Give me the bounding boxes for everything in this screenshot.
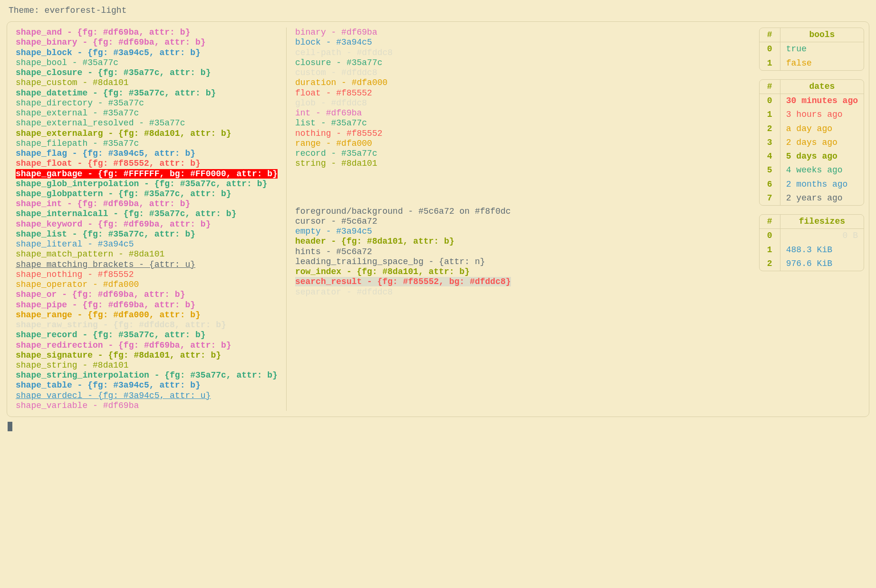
entry-shape_external: shape_external - #35a77c [16,108,278,118]
col-header: filesizes [780,215,864,228]
table-row: 62 months ago [760,178,864,191]
entry-nothing: nothing - #f85552 [295,129,739,139]
entry-shape_record: shape_record - {fg: #35a77c, attr: b} [16,330,278,340]
table-row: 2a day ago [760,122,864,136]
entry-shape_external_resolved: shape_external_resolved - #35a77c [16,118,278,128]
table-row: 0true [760,42,864,56]
entry-closure: closure - #35a77c [295,58,739,68]
col-index: # [760,28,780,42]
entry-shape_keyword: shape_keyword - {fg: #df69ba, attr: b} [16,219,278,229]
entry-shape_signature: shape_signature - {fg: #8da101, attr: b} [16,351,278,360]
entry-record: record - #35a77c [295,149,739,159]
entry-list: list - #35a77c [295,118,739,128]
entry-shape_or: shape_or - {fg: #df69ba, attr: b} [16,290,278,300]
entry-shape_externalarg: shape_externalarg - {fg: #8da101, attr: … [16,129,278,139]
entry-shape_closure: shape_closure - {fg: #35a77c, attr: b} [16,68,278,78]
col-index: # [760,80,780,94]
table-row: 1false [760,57,864,70]
entry-shape_variable: shape_variable - #df69ba [16,401,278,411]
entry-glob: glob - #dfddc8 [295,98,739,108]
entry-shape_flag: shape_flag - {fg: #3a94c5, attr: b} [16,149,278,159]
entry-shape_match_pattern: shape_match_pattern - #8da101 [16,249,278,259]
entry-shape_custom: shape_custom - #8da101 [16,78,278,88]
entry-duration: duration - #dfa000 [295,78,739,88]
entry-separator: separator - #dfddc8 [295,287,739,297]
entry-shape_binary: shape_binary - {fg: #df69ba, attr: b} [16,38,278,47]
entry-shape_list: shape_list - {fg: #35a77c, attr: b} [16,229,278,239]
theme-title: Theme: everforest-light [9,6,869,16]
entry-empty: empty - #3a94c5 [295,227,739,237]
entry-shape_pipe: shape_pipe - {fg: #df69ba, attr: b} [16,300,278,310]
entry-binary: binary - #df69ba [295,28,739,38]
table-row: 72 years ago [760,191,864,205]
table-row: 2976.6 KiB [760,257,864,271]
entry-block: block - #3a94c5 [295,38,739,47]
entry-shape_table: shape_table - {fg: #3a94c5, attr: b} [16,380,278,390]
entry-shape_directory: shape_directory - #35a77c [16,98,278,108]
table-filesizes: #filesizes00 B1488.3 KiB2976.6 KiB [759,214,864,271]
entry-hints: hints - #5c6a72 [295,247,739,257]
entry-shape_matching_brackets: shape_matching_brackets - {attr: u} [16,260,278,270]
entry-shape_bool: shape_bool - #35a77c [16,58,278,68]
entry-search_result: search_result - {fg: #f85552, bg: #dfddc… [295,277,739,287]
entry-shape_string_interpolation: shape_string_interpolation - {fg: #35a77… [16,370,278,380]
entry-float: float - #f85552 [295,88,739,98]
table-bools: #bools0true1false [759,28,864,71]
tables-column: #bools0true1false#dates030 minutes ago13… [748,28,864,271]
entry-shape_globpattern: shape_globpattern - {fg: #35a77c, attr: … [16,189,278,199]
table-row: 00 B [760,229,864,243]
table-dates: #dates030 minutes ago13 hours ago2a day … [759,79,864,206]
entry-cell-path: cell-path - #dfddc8 [295,48,739,58]
entry-shape_range: shape_range - {fg: #dfa000, attr: b} [16,310,278,320]
entry-shape_block: shape_block - {fg: #3a94c5, attr: b} [16,48,278,58]
table-row: 45 days ago [760,150,864,163]
entry-shape_filepath: shape_filepath - #35a77c [16,139,278,149]
table-row: 13 hours ago [760,108,864,122]
entry-shape_int: shape_int - {fg: #df69ba, attr: b} [16,199,278,209]
entry-range: range - #dfa000 [295,139,739,149]
entry-shape_datetime: shape_datetime - {fg: #35a77c, attr: b} [16,88,278,98]
entry-shape_literal: shape_literal - #3a94c5 [16,239,278,249]
entry-shape_operator: shape_operator - #dfa000 [16,280,278,290]
col-header: dates [780,80,864,94]
entry-int: int - #df69ba [295,108,739,118]
entry-cursor: cursor - #5c6a72 [295,217,739,227]
entry-shape_raw_string: shape_raw_string - {fg: #dfddc8, attr: b… [16,320,278,330]
entry-leading_trailing_space_bg: leading_trailing_space_bg - {attr: n} [295,257,739,267]
entry-shape_redirection: shape_redirection - {fg: #df69ba, attr: … [16,341,278,351]
table-row: 32 days ago [760,136,864,150]
types-column: binary - #df69bablock - #3a94c5cell-path… [287,28,748,297]
entry-custom: custom - #dfddc8 [295,68,739,78]
table-row: 54 weeks ago [760,163,864,177]
table-row: 030 minutes ago [760,94,864,108]
entry-foreground/background: foreground/background - #5c6a72 on #f8f0… [295,207,739,217]
entry-shape_string: shape_string - #8da101 [16,360,278,370]
entry-shape_garbage: shape_garbage - {fg: #FFFFFF, bg: #FF000… [16,169,278,179]
table-row: 1488.3 KiB [760,243,864,257]
entry-row_index: row_index - {fg: #8da101, attr: b} [295,267,739,277]
entry-shape_internalcall: shape_internalcall - {fg: #35a77c, attr:… [16,209,278,219]
entry-shape_float: shape_float - {fg: #f85552, attr: b} [16,159,278,169]
entry-string: string - #8da101 [295,159,739,169]
entry-shape_nothing: shape_nothing - #f85552 [16,270,278,280]
col-header: bools [780,28,864,42]
shapes-column: shape_and - {fg: #df69ba, attr: b}shape_… [14,28,287,411]
terminal-cursor [8,422,12,431]
col-index: # [760,215,780,228]
entry-shape_and: shape_and - {fg: #df69ba, attr: b} [16,28,278,38]
entry-shape_vardecl: shape_vardecl - {fg: #3a94c5, attr: u} [16,391,278,401]
entry-header: header - {fg: #8da101, attr: b} [295,237,739,247]
entry-shape_glob_interpolation: shape_glob_interpolation - {fg: #35a77c,… [16,179,278,189]
preview-frame: shape_and - {fg: #df69ba, attr: b}shape_… [7,21,869,417]
